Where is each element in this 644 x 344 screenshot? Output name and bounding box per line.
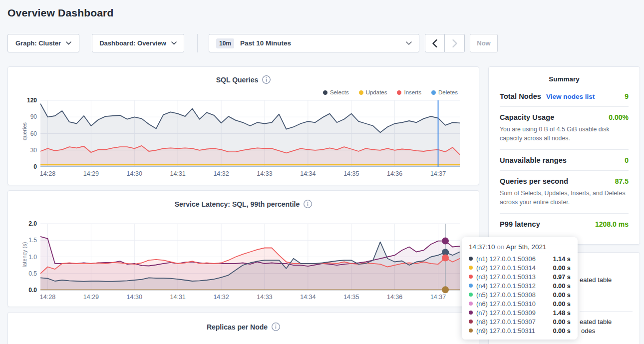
tooltip-node-value: 1.14 s	[553, 255, 571, 263]
legend-dot-icon	[359, 90, 363, 95]
node-color-dot-icon	[469, 311, 473, 315]
x-axis-tick: 14:32	[210, 170, 233, 177]
service-latency-card: Service Latency: SQL, 99th percentile la…	[7, 190, 479, 307]
y-axis-tick: 30	[8, 147, 37, 154]
time-nav-group	[425, 34, 465, 52]
x-axis-tick: 14:28	[36, 294, 59, 301]
legend-dot-icon	[431, 90, 436, 95]
view-nodes-list-link[interactable]: View nodes list	[546, 93, 595, 100]
y-axis-tick: 1.0	[8, 254, 37, 261]
unavailable-ranges-value: 0	[625, 156, 629, 164]
x-axis-tick: 14:29	[79, 170, 102, 177]
node-color-dot-icon	[469, 284, 473, 288]
x-axis-tick: 14:33	[253, 294, 276, 301]
tooltip-node-row: (n2) 127.0.0.1:503140.00 s	[469, 263, 571, 272]
total-nodes-label: Total Nodes	[500, 92, 541, 100]
y-axis-tick: 0.0	[8, 287, 37, 294]
x-axis-tick: 14:36	[383, 170, 406, 177]
node-color-dot-icon	[469, 302, 473, 306]
tooltip-node-label: (n9) 127.0.0.1:50311	[476, 327, 535, 335]
info-icon[interactable]	[262, 75, 271, 84]
tooltip-node-row: (n5) 127.0.0.1:503080.00 s	[469, 290, 571, 299]
node-color-dot-icon	[469, 275, 473, 279]
summary-row-total-nodes: Total Nodes View nodes list 9	[500, 86, 629, 107]
summary-row-qps: Queries per second 87.5 Sum of Selects, …	[500, 171, 629, 214]
legend-label: Updates	[366, 89, 387, 95]
summary-panel: Summary Total Nodes View nodes list 9 Ca…	[488, 66, 640, 245]
controls-divider	[197, 34, 198, 52]
chevron-down-icon	[171, 41, 177, 45]
time-range-badge: 10m	[216, 38, 234, 48]
tooltip-node-label: (n6) 127.0.0.1:50310	[476, 300, 536, 308]
p99-latency-value: 1208.0 ms	[595, 220, 629, 228]
tooltip-node-value: 0.00 s	[553, 327, 571, 335]
event-item-fragment[interactable]: eated table	[580, 318, 612, 326]
dashboard-dropdown-label: Dashboard: Overview	[99, 39, 166, 47]
tooltip-node-value: 1.48 s	[553, 309, 571, 317]
tooltip-node-label: (n5) 127.0.0.1:50308	[476, 291, 536, 299]
time-range-label: Past 10 Minutes	[240, 39, 291, 47]
unavailable-ranges-label: Unavailable ranges	[500, 156, 567, 164]
info-icon[interactable]	[272, 323, 280, 331]
tooltip-timestamp: 14:37:10 on Apr 5th, 2021	[469, 243, 571, 251]
tooltip-node-value: 0.00 s	[553, 282, 571, 290]
x-axis-tick: 14:35	[340, 294, 363, 301]
tooltip-node-label: (n3) 127.0.0.1:50313	[476, 273, 536, 281]
replicas-per-node-title: Replicas per Node	[207, 323, 268, 331]
legend-dot-icon	[397, 90, 401, 95]
tooltip-node-value: 0.00 s	[553, 264, 571, 272]
sql-queries-legend: SelectsUpdatesInsertsDeletes	[323, 89, 458, 95]
x-axis-tick: 14:34	[297, 170, 320, 177]
tooltip-node-label: (n4) 127.0.0.1:50312	[476, 282, 536, 290]
events-divider	[580, 311, 633, 312]
capacity-usage-value: 0.00%	[609, 113, 629, 121]
time-range-picker[interactable]: 10m Past 10 Minutes	[209, 34, 419, 52]
event-item-fragment[interactable]: eated table	[580, 276, 612, 284]
x-axis-tick: 14:30	[123, 294, 146, 301]
tooltip-node-value: 0.97 s	[553, 273, 571, 281]
capacity-usage-label: Capacity Usage	[500, 113, 554, 121]
x-axis-tick: 14:32	[210, 294, 233, 301]
summary-row-unavailable-ranges: Unavailable ranges 0	[500, 150, 629, 171]
legend-label: Inserts	[404, 89, 421, 95]
graph-dropdown[interactable]: Graph: Cluster	[7, 34, 79, 52]
info-icon[interactable]	[304, 200, 312, 208]
x-axis-tick: 14:37	[427, 170, 450, 177]
legend-item-deletes: Deletes	[431, 89, 458, 95]
tooltip-node-row: (n9) 127.0.0.1:503110.00 s	[469, 326, 571, 335]
service-latency-title: Service Latency: SQL, 99th percentile	[175, 200, 300, 208]
legend-item-inserts: Inserts	[397, 89, 421, 95]
y-axis-tick: 60	[8, 130, 37, 137]
time-prev-button[interactable]	[425, 34, 445, 52]
qps-value: 87.5	[615, 177, 629, 185]
time-next-button[interactable]	[445, 34, 465, 52]
tooltip-node-label: (n7) 127.0.0.1:50309	[476, 309, 536, 317]
tooltip-node-value: 0.00 s	[553, 318, 571, 326]
y-axis-tick: 120	[8, 97, 37, 104]
sql-queries-plot[interactable]	[40, 100, 460, 167]
y-axis-tick: 0.5	[8, 270, 37, 277]
dashboard-dropdown[interactable]: Dashboard: Overview	[92, 34, 184, 52]
now-button[interactable]: Now	[470, 34, 498, 52]
tooltip-node-value: 0.00 s	[553, 291, 571, 299]
x-axis-tick: 14:31	[166, 294, 189, 301]
x-axis-tick: 14:29	[79, 294, 102, 301]
legend-label: Selects	[330, 89, 349, 95]
service-latency-plot[interactable]	[40, 224, 460, 290]
event-item-fragment[interactable]: odes	[581, 327, 595, 335]
legend-item-updates: Updates	[359, 89, 387, 95]
x-axis-tick: 14:36	[383, 294, 406, 301]
tooltip-node-row: (n3) 127.0.0.1:503130.97 s	[469, 272, 571, 281]
node-color-dot-icon	[469, 257, 473, 261]
tooltip-node-row: (n8) 127.0.0.1:503070.00 s	[469, 317, 571, 326]
total-nodes-value: 9	[625, 92, 629, 100]
graph-dropdown-label: Graph: Cluster	[15, 39, 61, 47]
x-axis-tick: 14:37	[427, 294, 450, 301]
node-color-dot-icon	[469, 329, 473, 333]
x-axis-tick: 14:28	[36, 170, 59, 177]
legend-item-selects: Selects	[323, 89, 349, 95]
x-axis-tick: 14:33	[253, 170, 276, 177]
x-axis-tick: 14:31	[166, 170, 189, 177]
chart-hover-tooltip: 14:37:10 on Apr 5th, 2021 (n1) 127.0.0.1…	[462, 237, 578, 340]
y-axis-tick: 90	[8, 113, 37, 120]
